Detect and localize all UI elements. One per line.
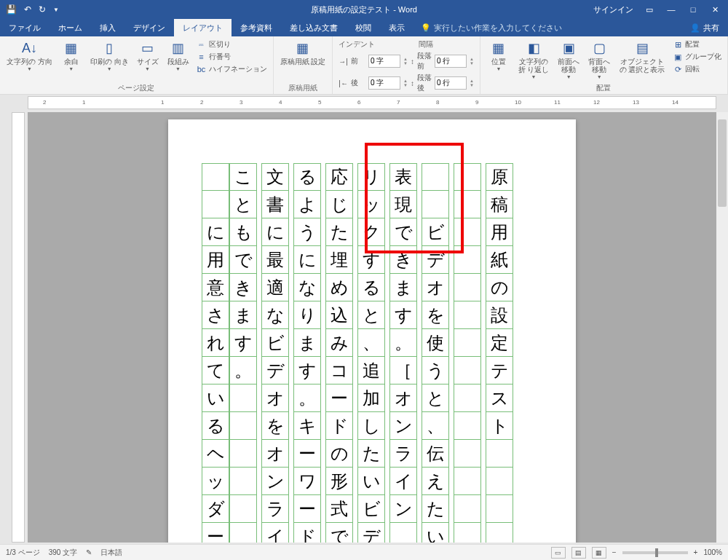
grid-cell: で	[230, 246, 256, 274]
grid-cell: な	[262, 301, 288, 329]
tab-mailings[interactable]: 差し込み文書	[281, 19, 347, 36]
group-arrange: ▦位置▼ ◧文字列の折 り返し▼ ▣前面へ 移動▼ ▢背面へ 移動▼ ▤オブジェ…	[480, 36, 728, 94]
grid-cell: と	[422, 384, 448, 412]
grid-cell: ラ	[390, 440, 416, 468]
save-icon[interactable]: 💾	[6, 4, 17, 15]
zoom-in-button[interactable]: +	[694, 548, 698, 556]
hyphenation-button[interactable]: bcハイフネーション	[197, 64, 267, 74]
tab-layout[interactable]: レイアウト	[174, 19, 232, 36]
grid-cell	[454, 274, 480, 301]
tab-view[interactable]: 表示	[380, 19, 414, 36]
grid-cell: 最	[262, 246, 288, 274]
wrap-text-button[interactable]: ◧文字列の折 り返し▼	[515, 38, 552, 81]
document-area[interactable]: 原稿用紙の設定テストビデオを使うと、伝えたい表現できます。［オンラインリックする…	[28, 112, 716, 543]
vertical-ruler[interactable]	[12, 112, 25, 543]
grid-cell: き	[230, 274, 256, 301]
group-button[interactable]: ▣グループ化	[673, 52, 721, 62]
vertical-scrollbar[interactable]	[716, 112, 728, 543]
grid-cell: 伝	[422, 440, 448, 468]
spacing-before-input[interactable]	[435, 55, 467, 68]
tell-me[interactable]: 💡実行したい作業を入力してください	[421, 19, 562, 36]
read-mode-button[interactable]: ▭	[551, 547, 566, 559]
ribbon-options-icon[interactable]: ▭	[644, 5, 655, 15]
columns-button[interactable]: ▥段組み▼	[165, 38, 192, 73]
proofing-icon[interactable]: ✎	[86, 548, 92, 556]
group-icon: ▣	[673, 52, 683, 62]
tab-references[interactable]: 参考資料	[232, 19, 281, 36]
size-icon: ▭	[139, 39, 157, 57]
zoom-slider[interactable]	[622, 551, 688, 554]
group-paragraph: インデント間隔 →| 前 ▲▼ ↕ 段落前 ▲▼ |← 後 ▲▼ ↕ 段落後 ▲…	[333, 36, 480, 94]
back-icon: ▢	[590, 39, 608, 57]
tab-review[interactable]: 校閲	[347, 19, 380, 36]
line-numbers-button[interactable]: ≡行番号	[197, 52, 267, 62]
maximize-button[interactable]: □	[687, 5, 699, 14]
grid-cell: オ	[262, 384, 288, 412]
grid-cell: ワ	[294, 468, 320, 495]
text-direction-button[interactable]: A↓文字列の 方向▼	[4, 38, 55, 73]
grid-cell	[230, 495, 256, 523]
grid-cell: で	[390, 218, 416, 246]
spacing-after-input[interactable]	[435, 76, 467, 90]
grid-cell: 埋	[326, 246, 352, 274]
indent-before-input[interactable]	[368, 55, 400, 68]
grid-cell: ッ	[202, 468, 229, 495]
web-layout-button[interactable]: ▦	[592, 547, 606, 559]
share-button[interactable]: 👤共有	[690, 19, 719, 36]
close-button[interactable]: ✕	[709, 5, 721, 15]
grid-cell: を	[262, 412, 288, 440]
grid-cell	[454, 329, 480, 357]
tab-design[interactable]: デザイン	[124, 19, 174, 36]
grid-cell: え	[422, 468, 448, 495]
scrollbar-thumb[interactable]	[718, 119, 727, 207]
print-layout-button[interactable]: ▤	[571, 547, 586, 559]
breaks-button[interactable]: ⎓区切り	[197, 39, 267, 50]
margins-button[interactable]: ▦余白▼	[58, 38, 85, 73]
window-title: 原稿用紙の設定テスト - Word	[311, 4, 417, 15]
grid-cell: す	[230, 329, 256, 357]
grid-cell: ー	[294, 495, 320, 523]
grid-cell: 書	[262, 191, 288, 218]
indent-right-icon: |←	[339, 79, 348, 87]
language[interactable]: 日本語	[100, 548, 122, 558]
zoom-level[interactable]: 100%	[703, 548, 722, 556]
grid-cell: ー	[294, 440, 320, 468]
size-button[interactable]: ▭サイズ▼	[134, 38, 162, 73]
grid-cell: 、	[358, 329, 384, 357]
qat-dropdown-icon[interactable]: ▼	[53, 7, 59, 13]
position-button[interactable]: ▦位置▼	[485, 38, 513, 73]
spacing-after-icon: ↕	[411, 79, 414, 87]
grid-cell: た	[358, 440, 384, 468]
grid-cell	[230, 468, 256, 495]
orientation-button[interactable]: ▯印刷の 向き▼	[88, 38, 131, 73]
minimize-button[interactable]: —	[665, 5, 677, 14]
grid-cell: ビ	[422, 218, 448, 246]
tab-insert[interactable]: 挿入	[91, 19, 124, 36]
grid-cell: を	[422, 301, 448, 329]
tab-home[interactable]: ホーム	[50, 19, 91, 36]
grid-cell	[486, 468, 513, 495]
redo-icon[interactable]: ↻	[39, 4, 46, 15]
bulb-icon: 💡	[421, 23, 431, 33]
zoom-out-button[interactable]: −	[612, 548, 617, 556]
grid-cell	[422, 191, 448, 218]
signin-label[interactable]: サインイン	[593, 4, 633, 15]
grid-cell	[202, 191, 229, 218]
rotate-button[interactable]: ⟳回転	[673, 64, 721, 74]
grid-cell: 用	[486, 218, 513, 246]
selection-pane-button[interactable]: ▤オブジェクトの 選択と表示	[616, 38, 668, 75]
bring-forward-button[interactable]: ▣前面へ 移動▼	[555, 38, 582, 81]
grid-cell: ス	[486, 384, 513, 412]
send-backward-button[interactable]: ▢背面へ 移動▼	[585, 38, 613, 81]
grid-column: るようになります。キーワード	[293, 163, 321, 543]
align-button[interactable]: ⊞配置	[673, 39, 721, 50]
genkoyoshi-settings-button[interactable]: ▦原稿用紙 設定	[278, 38, 328, 67]
tab-file[interactable]: ファイル	[0, 19, 50, 36]
page-count[interactable]: 1/3 ページ	[6, 548, 40, 558]
undo-icon[interactable]: ↶	[24, 4, 31, 15]
grid-cell: ［	[390, 357, 416, 384]
word-count[interactable]: 390 文字	[49, 548, 77, 558]
grid-cell: い	[358, 468, 384, 495]
horizontal-ruler[interactable]: 211234567891011121314	[28, 96, 716, 109]
indent-after-input[interactable]	[368, 76, 400, 90]
